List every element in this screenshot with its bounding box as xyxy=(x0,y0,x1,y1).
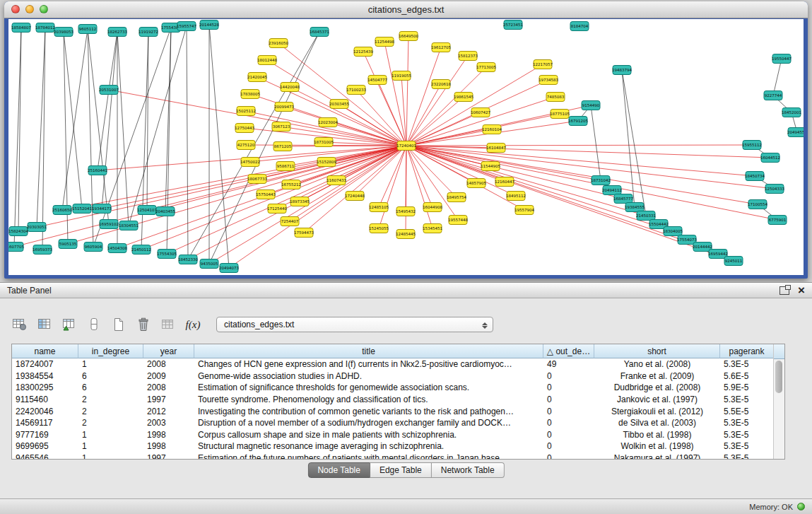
network-node[interactable]: 17100233 xyxy=(346,86,366,95)
network-node[interactable]: 15824304 xyxy=(8,227,28,236)
function-builder-button[interactable]: f(x) xyxy=(184,316,201,333)
table-row[interactable]: 977716911998Corpus callosum shape and si… xyxy=(12,429,784,441)
network-node[interactable]: 10607427 xyxy=(471,108,490,117)
network-node[interactable]: 16959373 xyxy=(33,245,52,255)
network-node[interactable]: 15345451 xyxy=(423,224,442,233)
network-node[interactable]: 11254498 xyxy=(375,37,394,47)
network-node[interactable]: 15955112 xyxy=(742,141,762,150)
network-node[interactable]: 8184704 xyxy=(570,22,589,31)
tab-edge-table[interactable]: Edge Table xyxy=(370,462,432,478)
network-node[interactable]: 18012448 xyxy=(257,56,277,65)
network-node[interactable]: 9154490 xyxy=(582,101,600,110)
minimize-window-button[interactable] xyxy=(25,5,34,13)
network-node[interactable]: 17594473 xyxy=(294,228,314,238)
network-node[interactable]: 18495754 xyxy=(447,193,466,202)
table-row[interactable]: 946554611997Estimation of the future num… xyxy=(12,452,784,460)
network-node[interactable]: 21420045 xyxy=(247,73,267,82)
column-header-short[interactable]: short xyxy=(594,344,720,358)
network-node[interactable]: 20403455 xyxy=(155,207,175,216)
network-node[interactable]: 25160650 xyxy=(52,206,72,215)
network-node[interactable]: 18304005 xyxy=(663,227,683,236)
scrollbar-thumb[interactable] xyxy=(775,361,782,393)
network-node[interactable]: 16845371 xyxy=(310,28,329,37)
table-row[interactable]: 1830029562008Estimation of significance … xyxy=(12,382,784,394)
network-node[interactable]: 18784012 xyxy=(35,23,55,33)
network-node[interactable]: 16104847 xyxy=(486,144,506,153)
network-node[interactable]: 15152809 xyxy=(317,158,336,167)
network-node[interactable]: 20494073 xyxy=(219,264,239,273)
network-node[interactable]: 12504107 xyxy=(137,206,157,215)
column-header-name[interactable]: name xyxy=(12,344,78,358)
network-canvas[interactable]: 1724040118584807187840122039805396051121… xyxy=(8,19,804,275)
network-node[interactable]: 18495112 xyxy=(506,192,526,201)
network-node[interactable]: 17713005 xyxy=(476,63,496,72)
close-panel-icon[interactable] xyxy=(798,284,805,296)
network-node[interactable]: 25160441 xyxy=(88,166,107,175)
table-row[interactable]: 1456911722003Disruption of a novel membe… xyxy=(12,417,784,429)
network-node[interactable]: 18731005 xyxy=(314,138,334,147)
network-node[interactable]: 11544905 xyxy=(481,162,500,171)
table-row[interactable]: 1938455462009Genome-wide association stu… xyxy=(12,370,784,382)
network-node[interactable]: 20531007 xyxy=(99,86,119,95)
network-node[interactable]: 18450734 xyxy=(745,172,765,181)
network-node[interactable]: 20398053 xyxy=(54,28,73,37)
network-node[interactable]: 18731042 xyxy=(591,176,611,185)
network-node[interactable]: 19483794 xyxy=(612,66,632,75)
merge-rows-button[interactable] xyxy=(86,316,102,333)
network-node[interactable]: 11919055 xyxy=(392,71,411,81)
table-row[interactable]: 2242004622012Investigating the contribut… xyxy=(12,405,784,417)
network-node[interactable]: 16755212 xyxy=(281,180,301,189)
zoom-window-button[interactable] xyxy=(40,5,48,13)
network-node[interactable]: 15955747 xyxy=(177,22,196,31)
network-node[interactable]: 17125440 xyxy=(267,204,287,214)
network-node[interactable]: 21450331 xyxy=(636,211,656,221)
network-node[interactable]: 12217057 xyxy=(533,60,553,69)
network-node[interactable]: 16649500 xyxy=(399,32,418,41)
network-node[interactable]: 17554305 xyxy=(157,250,177,259)
network-node[interactable]: 16845777 xyxy=(613,194,633,204)
network-node[interactable]: 19384555 xyxy=(625,203,645,212)
network-node[interactable]: 5905135 xyxy=(59,240,77,249)
network-node[interactable]: 18262733 xyxy=(107,28,127,37)
table-row[interactable]: 969969511998Structural magnetic resonanc… xyxy=(12,440,784,452)
network-node[interactable]: 18304551 xyxy=(119,221,139,230)
network-node[interactable]: 20303455 xyxy=(329,100,349,109)
network-node[interactable]: 16044908 xyxy=(423,203,442,212)
network-node[interactable]: 18973345 xyxy=(290,197,310,206)
network-node[interactable]: 19550447 xyxy=(772,54,792,64)
network-node[interactable]: 19557448 xyxy=(448,216,468,225)
network-node[interactable]: 11607705 xyxy=(8,243,24,252)
network-node[interactable]: 8671205 xyxy=(273,142,292,151)
network-node[interactable]: 20494555 xyxy=(787,128,804,137)
column-header-title[interactable]: title xyxy=(194,344,543,358)
network-node[interactable]: 9605112 xyxy=(78,25,97,34)
network-node[interactable]: 18775105 xyxy=(550,110,570,119)
network-node[interactable]: 20099473 xyxy=(274,103,294,112)
network-node[interactable]: 25723451 xyxy=(503,21,523,30)
network-node[interactable]: 14750022 xyxy=(240,158,260,167)
network-node[interactable]: 17100554 xyxy=(748,200,767,209)
network-node[interactable]: 15750443 xyxy=(256,190,276,199)
network-node[interactable]: 18452001 xyxy=(782,108,801,117)
table-scrollbar[interactable] xyxy=(773,344,784,459)
network-node[interactable]: 6775901 xyxy=(768,216,787,225)
table-row[interactable]: 911546021997Tourette syndrome. Phenomeno… xyxy=(12,394,784,406)
network-node[interactable]: 20494112 xyxy=(602,186,622,195)
table-select[interactable]: citations_edges.txt xyxy=(216,317,493,332)
network-node[interactable]: 12485445 xyxy=(396,230,416,239)
network-node[interactable]: 19734583 xyxy=(539,76,558,85)
network-node[interactable]: 19344173 xyxy=(92,204,112,214)
network-node[interactable]: 20303051 xyxy=(27,223,47,232)
network-node[interactable]: 20144528 xyxy=(199,21,219,30)
network-node[interactable]: 15025112 xyxy=(236,107,256,116)
column-header-pagerank[interactable]: pagerank xyxy=(720,344,774,358)
network-node[interactable]: 19861545 xyxy=(454,93,473,102)
network-node[interactable]: 11919272 xyxy=(139,28,158,37)
network-node[interactable]: 18067733 xyxy=(247,175,267,184)
network-node[interactable]: 14420048 xyxy=(280,83,300,92)
network-node[interactable]: 7485083 xyxy=(546,93,565,102)
network-node[interactable]: 14504308 xyxy=(107,244,127,253)
network-node[interactable]: 9586711 xyxy=(276,162,295,171)
network-node[interactable]: 16959102 xyxy=(99,220,119,229)
network-node[interactable]: 16044512 xyxy=(760,153,780,163)
